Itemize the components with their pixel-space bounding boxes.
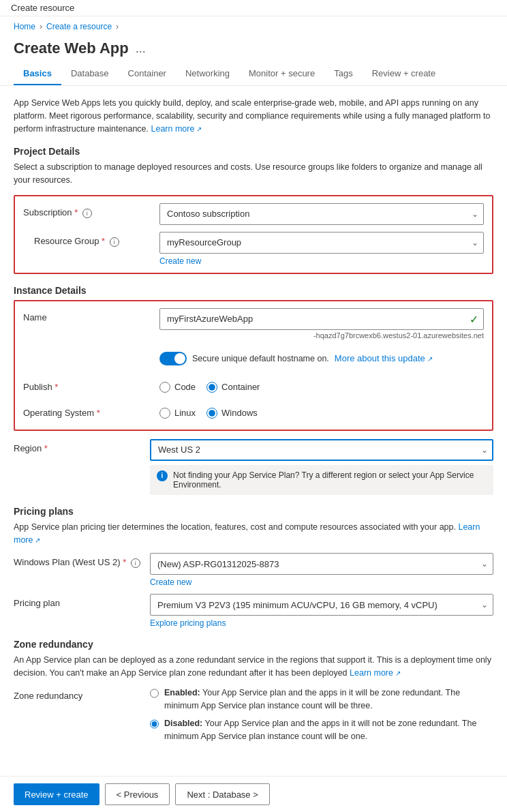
region-info-icon: i — [157, 470, 168, 481]
tab-networking[interactable]: Networking — [176, 63, 239, 85]
name-label: Name — [23, 308, 159, 322]
zone-enabled-item: Enabled: Your App Service plan and the a… — [150, 687, 493, 712]
tab-basics[interactable]: Basics — [14, 63, 61, 85]
region-info-text: Not finding your App Service Plan? Try a… — [173, 470, 487, 490]
zone-title: Zone redundancy — [14, 639, 493, 650]
zone-redundancy-row: Zone redundancy Enabled: Your App Servic… — [14, 687, 493, 749]
previous-button[interactable]: < Previous — [105, 783, 170, 805]
instance-section: Name ✓ -hqazd7g7brcwexb6.westus2-01.azur… — [14, 300, 493, 431]
os-linux-option[interactable]: Linux — [159, 408, 196, 419]
rg-required: * — [102, 236, 105, 246]
secure-hostname-text: Secure unique default hostname on. — [192, 354, 329, 363]
page-header: Create Web App ... — [0, 31, 507, 63]
os-linux-radio[interactable] — [159, 408, 170, 419]
zone-enabled-text: Enabled: Your App Service plan and the a… — [164, 687, 493, 712]
os-windows-radio[interactable] — [206, 408, 217, 419]
resource-group-label: Resource Group * i — [23, 232, 159, 247]
pricing-section: Pricing plans App Service plan pricing t… — [14, 506, 493, 629]
windows-plan-create-new[interactable]: Create new — [150, 577, 493, 587]
rg-create-new-link[interactable]: Create new — [159, 256, 484, 266]
os-windows-option[interactable]: Windows — [206, 408, 258, 419]
page-title: Create Web App — [14, 40, 129, 57]
pricing-title: Pricing plans — [14, 506, 493, 517]
windows-plan-control: (New) ASP-RG01312025-8873 ⌄ Create new — [150, 553, 493, 587]
name-control: ✓ -hqazd7g7brcwexb6.westus2-01.azurewebs… — [159, 308, 484, 340]
breadcrumb: Home › Create a resource › — [0, 16, 507, 31]
tabs-container: Basics Database Container Networking Mon… — [0, 63, 507, 86]
next-button[interactable]: Next : Database > — [175, 783, 269, 805]
name-row: Name ✓ -hqazd7g7brcwexb6.westus2-01.azur… — [23, 308, 484, 340]
rg-info-icon[interactable]: i — [110, 237, 119, 247]
instance-details-title: Instance Details — [14, 285, 493, 296]
region-row: Region * West US 2 ⌄ i Not finding your … — [14, 439, 493, 495]
os-row: Operating System * Linux Windows — [23, 404, 484, 423]
create-resource-label: Create resource — [11, 3, 74, 13]
zone-section: Zone redundancy An App Service plan can … — [14, 639, 493, 749]
tab-review[interactable]: Review + create — [363, 63, 446, 85]
tab-monitor[interactable]: Monitor + secure — [239, 63, 324, 85]
windows-plan-select[interactable]: (New) ASP-RG01312025-8873 — [150, 553, 493, 575]
pricing-plan-label: Pricing plan — [14, 594, 150, 608]
breadcrumb-home[interactable]: Home — [14, 22, 35, 31]
region-select[interactable]: West US 2 — [150, 439, 493, 461]
top-bar: Create resource — [0, 0, 507, 16]
subscription-info-icon[interactable]: i — [82, 209, 92, 218]
tab-container[interactable]: Container — [119, 63, 176, 85]
tab-tags[interactable]: Tags — [324, 63, 362, 85]
pricing-desc: App Service plan pricing tier determines… — [14, 521, 493, 547]
zone-redundancy-control: Enabled: Your App Service plan and the a… — [150, 687, 493, 749]
publish-label: Publish * — [23, 378, 159, 392]
breadcrumb-create-resource[interactable]: Create a resource — [46, 22, 112, 31]
publish-container-radio[interactable] — [206, 382, 217, 393]
os-control: Linux Windows — [159, 404, 484, 423]
windows-plan-info-icon[interactable]: i — [131, 558, 140, 568]
subscription-control: Contoso subscription ⌄ — [159, 203, 484, 225]
publish-radio-group: Code Container — [159, 382, 484, 393]
breadcrumb-sep1: › — [40, 22, 42, 31]
subscription-select[interactable]: Contoso subscription — [159, 203, 484, 225]
main-content: App Service Web Apps lets you quickly bu… — [0, 86, 507, 790]
zone-enabled-radio[interactable] — [150, 688, 159, 699]
region-label: Region * — [14, 439, 150, 453]
bottom-bar: Review + create < Previous Next : Databa… — [0, 776, 507, 812]
tab-database[interactable]: Database — [61, 63, 119, 85]
publish-code-option[interactable]: Code — [159, 382, 196, 393]
pricing-plan-select[interactable]: Premium V3 P2V3 (195 minimum ACU/vCPU, 1… — [150, 594, 493, 616]
publish-control: Code Container — [159, 378, 484, 397]
subscription-section: Subscription * i Contoso subscription ⌄ … — [14, 195, 493, 274]
resource-group-control: myResourceGroup ⌄ Create new — [159, 232, 484, 266]
region-info-box: i Not finding your App Service Plan? Try… — [150, 465, 493, 495]
publish-row: Publish * Code Container — [23, 378, 484, 397]
zone-disabled-radio[interactable] — [150, 719, 159, 730]
project-details-desc: Select a subscription to manage deployed… — [14, 161, 493, 187]
name-check-icon: ✓ — [470, 312, 478, 325]
zone-desc: An App Service plan can be deployed as a… — [14, 654, 493, 680]
learn-more-link[interactable]: Learn more — [151, 124, 202, 134]
pricing-plan-control: Premium V3 P2V3 (195 minimum ACU/vCPU, 1… — [150, 594, 493, 628]
windows-plan-row: Windows Plan (West US 2) * i (New) ASP-R… — [14, 553, 493, 587]
subscription-required: * — [74, 207, 78, 217]
os-label: Operating System * — [23, 404, 159, 418]
zone-learn-more[interactable]: Learn more — [350, 668, 401, 678]
review-create-button[interactable]: Review + create — [14, 783, 99, 805]
subscription-label: Subscription * i — [23, 203, 159, 218]
resource-group-select[interactable]: myResourceGroup — [159, 232, 484, 254]
zone-disabled-item: Disabled: Your App Service plan and the … — [150, 717, 493, 743]
explore-pricing-link[interactable]: Explore pricing plans — [150, 618, 493, 628]
resource-group-row: Resource Group * i myResourceGroup ⌄ Cre… — [23, 232, 484, 266]
name-input[interactable] — [159, 308, 484, 330]
windows-plan-label: Windows Plan (West US 2) * i — [14, 553, 150, 568]
secure-hostname-link[interactable]: More about this update — [335, 353, 433, 363]
app-description: App Service Web Apps lets you quickly bu… — [14, 97, 493, 135]
region-control: West US 2 ⌄ i Not finding your App Servi… — [150, 439, 493, 495]
zone-redundancy-label: Zone redundancy — [14, 687, 150, 701]
publish-code-radio[interactable] — [159, 382, 170, 393]
os-radio-group: Linux Windows — [159, 408, 484, 419]
zone-disabled-text: Disabled: Your App Service plan and the … — [164, 717, 493, 743]
ellipsis-menu[interactable]: ... — [136, 42, 146, 56]
subdomain-text: -hqazd7g7brcwexb6.westus2-01.azurewebsit… — [159, 331, 484, 340]
secure-hostname-toggle[interactable] — [159, 352, 187, 365]
secure-hostname-row: Secure unique default hostname on. More … — [23, 346, 484, 371]
breadcrumb-sep2: › — [116, 22, 119, 31]
publish-container-option[interactable]: Container — [206, 382, 260, 393]
